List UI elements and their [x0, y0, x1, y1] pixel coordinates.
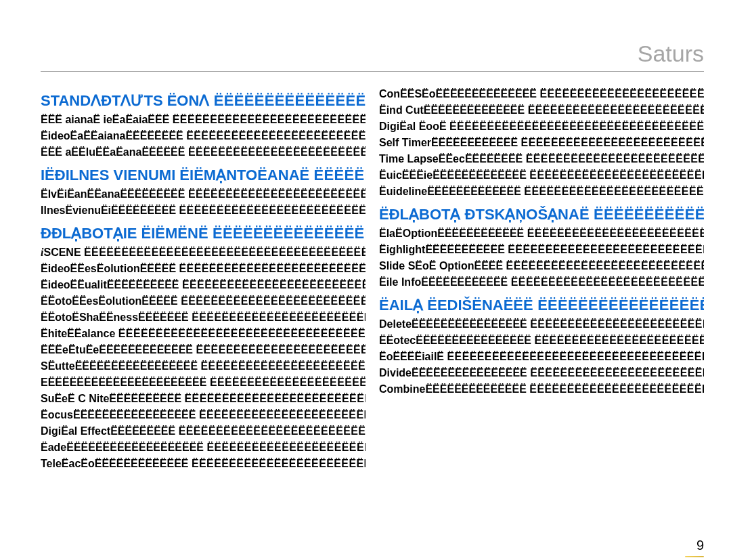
toc-leader-dots: ËËËËËËËËËËËËËËËËËËËËËËËËËËËËËËËËËËËËËËËË… — [524, 186, 704, 197]
toc-section-title: IËÐILNES VIENUMI ËIËMẠNTOËANAË ËËËËËËËËË… — [41, 167, 366, 184]
toc-leader-dots: ËËËËËËËËËËËËËËËËËËËËËËËËËËËËËËËËËËËËËËËË… — [188, 188, 366, 200]
toc-entry: ËideoËËesËolutionËËËËË ËËËËËËËËËËËËËËËËË… — [41, 263, 366, 275]
toc-leader-dots: ËËËËËËËËËËËËËËËËËËËËËËËËËËËËËËËËËËËËËËËË… — [173, 114, 366, 125]
toc-label: TeleËacËoËËËËËËËËËËËËË — [41, 458, 188, 469]
section-title-text: ËÐLẠBOTẠ ÐTSKẠŅOŠẠNAË — [379, 206, 590, 223]
toc-entry: DigiËal EffectËËËËËËËËË ËËËËËËËËËËËËËËËË… — [41, 425, 366, 437]
toc-entry: iSCENE ËËËËËËËËËËËËËËËËËËËËËËËËËËËËËËËËË… — [41, 246, 366, 259]
toc-leader-dots: ËËËËËËËËËËËËËËËËËËËËËËËËËËËËËËËËËËËËËËËË… — [196, 344, 366, 356]
toc-entry: ËËËeËtuËeËËËËËËËËËËËËË ËËËËËËËËËËËËËËËËË… — [41, 344, 366, 356]
toc-leader-dots: ËËËËËËËËËËËËËËËËËËËËËËËËËËËËËËËËËËËËËËËË… — [521, 137, 704, 148]
toc-entry: ËËotecËËËËËËËËËËËËËËËË ËËËËËËËËËËËËËËËËË… — [379, 335, 704, 347]
toc-leader-dots: ËËËËËËËËËËËËËËËËËËËËËËËËËËËËËËËËËËËËËËËË… — [179, 204, 366, 216]
toc-leader-dots: ËËËËËËËËËËËËËËËËËËËËËËËËËËËËËËËËËËËËËËËË… — [529, 383, 704, 395]
toc-leader-dots: ËËËËËËËËËËËËËËËËËËËËËËËËËËËËËËËËËËËËËËËË… — [199, 409, 366, 421]
toc-entry: Ëind CutËËËËËËËËËËËËËË ËËËËËËËËËËËËËËËËË… — [379, 104, 704, 116]
toc-entry: ËËË aËËluËËaËanaËËËËËË ËËËËËËËËËËËËËËËËË… — [41, 146, 366, 158]
toc-leader-dots: ËËËËËËËËËËËËËËËËËËËËËËËËËËËËËËËËËËËËËËËË… — [206, 441, 366, 453]
toc-label: Self TimerËËËËËËËËËËËË — [379, 137, 518, 148]
toc-label: ËoËËËËiailË — [379, 351, 444, 362]
toc-entry: DeleteËËËËËËËËËËËËËËËË ËËËËËËËËËËËËËËËËË… — [379, 318, 704, 330]
toc-label: ËuicËËËieËËËËËËËËËËËËË — [379, 169, 527, 181]
toc-label: ËhiteËËalance — [41, 328, 115, 339]
toc-label: SuËeË C NiteËËËËËËËËËË — [41, 393, 181, 404]
toc-leader-dots: ËËËËËËËËËËËËËËËËËËËËËËËËËËËËËËËËËËËËËËËË… — [182, 279, 366, 290]
toc-label: ËideoËËualitËËËËËËËËËË — [41, 279, 179, 290]
toc-label: ËËotecËËËËËËËËËËËËËËËË — [379, 335, 531, 346]
toc-leader-dots: ËËËËËËËËËËËËËËËËËËËËËËËËËËËËËËËËËËËËËËËË… — [201, 360, 366, 372]
section-title-text: ÐÐLẠBOTẠIE ËIËMËNË — [41, 225, 208, 242]
toc-section-title: ËÐLẠBOTẠ ÐTSKẠŅOŠẠNAË ËËËËËËËËËËËËËËËËËË… — [379, 206, 704, 223]
toc-entry: ËadeËËËËËËËËËËËËËËËËËËË ËËËËËËËËËËËËËËËË… — [41, 441, 366, 454]
toc-entry: ËlaËOptionËËËËËËËËËËËË ËËËËËËËËËËËËËËËËË… — [379, 228, 704, 240]
toc-leader-dots: ËËËËËËËËËËËËËËËËËËËËËËËËËËËËËËËËËËËËËËËË… — [179, 425, 366, 437]
toc-leader-dots: ËËËËËËËËËËËËËËËËËËËËËËËËËËËËËËËËËËËËËËËË… — [530, 367, 704, 379]
toc-label: SËutteËËËËËËËËËËËËËËËËË — [41, 360, 198, 372]
toc-leader-dots: ËËËËËËËËËËËËËËËËËËËËËËËËËËËËËËËËËËËËËËËË… — [210, 376, 366, 388]
toc-entry: SËutteËËËËËËËËËËËËËËËËË ËËËËËËËËËËËËËËËË… — [41, 360, 366, 372]
page-header: Saturs — [41, 41, 704, 72]
toc-entry: CombineËËËËËËËËËËËËËË ËËËËËËËËËËËËËËËËËË… — [379, 383, 704, 395]
toc-label: ËideoËaËËaianaËËËËËËËË — [41, 130, 183, 142]
toc-entry: Ëile InfoËËËËËËËËËËËË ËËËËËËËËËËËËËËËËËË… — [379, 276, 704, 288]
toc-label: IlnesËvienuËiËËËËËËËËË — [41, 204, 176, 216]
section-leader-dots: ËËËËËËËËËËËËËËËËËËËËËËËËËËËËËËËËËËËËËËËË… — [309, 167, 366, 184]
toc-entry: DigiËal ËooË ËËËËËËËËËËËËËËËËËËËËËËËËËËË… — [379, 121, 704, 133]
toc-entry: ËuicËËËieËËËËËËËËËËËËË ËËËËËËËËËËËËËËËËË… — [379, 169, 704, 181]
toc-label: DigiËal ËooË — [379, 121, 447, 132]
toc-leader-dots: ËËËËËËËËËËËËËËËËËËËËËËËËËËËËËËËËËËËËËËËË… — [506, 260, 704, 272]
toc-leader-dots: ËËËËËËËËËËËËËËËËËËËËËËËËËËËËËËËËËËËËËËËË… — [534, 335, 704, 346]
toc-entry: ËoËËËËiailË ËËËËËËËËËËËËËËËËËËËËËËËËËËËË… — [379, 351, 704, 363]
toc-label: ËlvËiËanËËanaËËËËËËËËË — [41, 188, 185, 200]
toc-label: Ëile InfoËËËËËËËËËËËË — [379, 276, 508, 288]
toc-label: Slide SËoË OptionËËËË — [379, 260, 503, 272]
toc-label: ËadeËËËËËËËËËËËËËËËËËËË — [41, 441, 204, 453]
toc-label: ËËË aianaË ieËaËaiaËËË — [41, 114, 169, 125]
toc-label: ËideoËËesËolutionËËËËË — [41, 263, 176, 274]
toc-label: DeleteËËËËËËËËËËËËËËËË — [379, 318, 527, 330]
toc-entry: ËuidelineËËËËËËËËËËËËË ËËËËËËËËËËËËËËËËË… — [379, 186, 704, 198]
toc-leader-dots: ËËËËËËËËËËËËËËËËËËËËËËËËËËËËËËËËËËËËËËËË… — [185, 393, 366, 404]
col-right: ConËËSËoËËËËËËËËËËËËËË ËËËËËËËËËËËËËËËËË… — [379, 84, 704, 474]
section-leader-dots: ËËËËËËËËËËËËËËËËËËËËËËËËËËËËËËËËËËËËËËËË… — [533, 297, 704, 314]
section-title-text: STANDɅÐTɅƯTS ËONɅ — [41, 92, 209, 109]
toc-label: DivideËËËËËËËËËËËËËËËË — [379, 367, 527, 379]
section-title-text: IËÐILNES VIENUMI ËIËMẠNTOËANAË — [41, 167, 309, 184]
toc-entry: Time LapseËËecËËËËËËËË ËËËËËËËËËËËËËËËËË… — [379, 153, 704, 165]
toc-label: ËocusËËËËËËËËËËËËËËËËË — [41, 409, 196, 421]
toc-entry: Slide SËoË OptionËËËË ËËËËËËËËËËËËËËËËËË… — [379, 260, 704, 272]
toc-entry: IlnesËvienuËiËËËËËËËËË ËËËËËËËËËËËËËËËËË… — [41, 204, 366, 217]
toc-section-title: ÐÐLẠBOTẠIE ËIËMËNË ËËËËËËËËËËËËËËËËËËËËË… — [41, 225, 366, 242]
toc-leader-dots: ËËËËËËËËËËËËËËËËËËËËËËËËËËËËËËËËËËËËËËËË… — [529, 169, 704, 181]
toc-label: Ëind CutËËËËËËËËËËËËËË — [379, 104, 525, 116]
toc-label: ConËËSËoËËËËËËËËËËËËËË — [379, 88, 537, 100]
toc-label: Time LapseËËecËËËËËËËË — [379, 153, 523, 165]
toc-entry: Self TimerËËËËËËËËËËËË ËËËËËËËËËËËËËËËËË… — [379, 137, 704, 149]
section-leader-dots: ËËËËËËËËËËËËËËËËËËËËËËËËËËËËËËËËËËËËËËËË… — [590, 206, 704, 223]
section-leader-dots: ËËËËËËËËËËËËËËËËËËËËËËËËËËËËËËËËËËËËËËËË… — [208, 225, 366, 242]
toc-label: ËËËeËtuËeËËËËËËËËËËËËË — [41, 344, 193, 356]
toc-entry: ËËotoËËesËolutionËËËËË ËËËËËËËËËËËËËËËËË… — [41, 295, 366, 307]
toc-leader-dots: ËËËËËËËËËËËËËËËËËËËËËËËËËËËËËËËËËËËËËËËË… — [526, 153, 704, 165]
toc-leader-dots: ËËËËËËËËËËËËËËËËËËËËËËËËËËËËËËËËËËËËËËËË… — [447, 351, 705, 362]
toc-leader-dots: ËËËËËËËËËËËËËËËËËËËËËËËËËËËËËËËËËËËËËËËË… — [84, 246, 366, 258]
toc-entry: ËhiteËËalance ËËËËËËËËËËËËËËËËËËËËËËËËËË… — [41, 328, 366, 340]
toc-entry: EËËËËËËËËËËËËËËËËËËËËËË ËËËËËËËËËËËËËËËË… — [41, 376, 366, 389]
toc-leader-dots: ËËËËËËËËËËËËËËËËËËËËËËËËËËËËËËËËËËËËËËËË… — [179, 263, 366, 274]
toc-entry: ËËË aianaË ieËaËaiaËËË ËËËËËËËËËËËËËËËËË… — [41, 114, 366, 126]
toc-leader-dots: ËËËËËËËËËËËËËËËËËËËËËËËËËËËËËËËËËËËËËËËË… — [530, 318, 704, 330]
toc-leader-dots: ËËËËËËËËËËËËËËËËËËËËËËËËËËËËËËËËËËËËËËËË… — [192, 458, 366, 469]
toc-leader-dots: ËËËËËËËËËËËËËËËËËËËËËËËËËËËËËËËËËËËËËËËË… — [449, 121, 704, 132]
toc-entry: ËËotoËShaËËnessËËËËËËË ËËËËËËËËËËËËËËËËË… — [41, 311, 366, 324]
toc-section-title: STANDɅÐTɅƯTS ËONɅ ËËËËËËËËËËËËËËËËËËËËËË… — [41, 92, 366, 110]
toc-label: ËuidelineËËËËËËËËËËËËË — [379, 186, 521, 197]
toc-label: ËËotoËËesËolutionËËËËË — [41, 295, 178, 307]
toc-label: ËËË aËËluËËaËanaËËËËËË — [41, 146, 185, 158]
toc-entry: ËighlightËËËËËËËËËËË ËËËËËËËËËËËËËËËËËËË… — [379, 244, 704, 256]
toc-entry: TeleËacËoËËËËËËËËËËËËË ËËËËËËËËËËËËËËËËË… — [41, 458, 366, 470]
toc-entry: DivideËËËËËËËËËËËËËËËË ËËËËËËËËËËËËËËËËË… — [379, 367, 704, 379]
toc-leader-dots: ËËËËËËËËËËËËËËËËËËËËËËËËËËËËËËËËËËËËËËËË… — [192, 311, 366, 323]
toc-label: ËlaËOptionËËËËËËËËËËËË — [379, 228, 524, 239]
toc-entry: ConËËSËoËËËËËËËËËËËËËË ËËËËËËËËËËËËËËËËË… — [379, 88, 704, 100]
toc-leader-dots: ËËËËËËËËËËËËËËËËËËËËËËËËËËËËËËËËËËËËËËËË… — [511, 276, 704, 288]
